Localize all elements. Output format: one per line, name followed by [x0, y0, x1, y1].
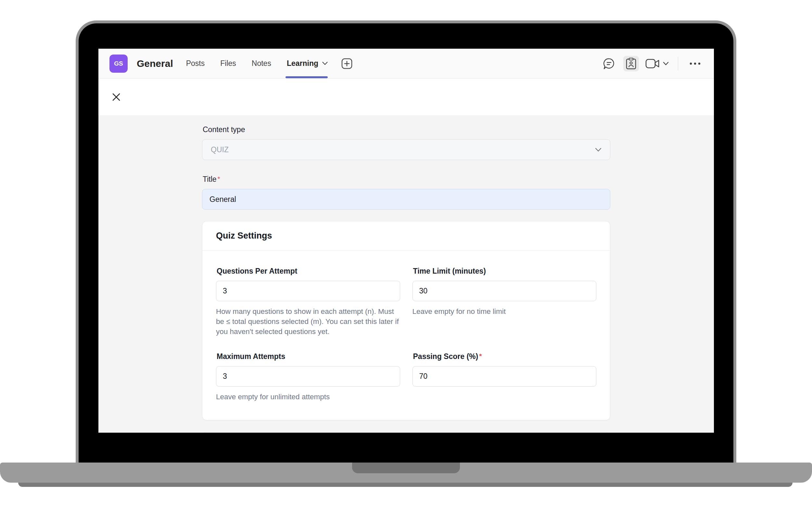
quiz-settings-body: Questions Per Attempt How many questions…: [202, 250, 610, 420]
questions-per-attempt-input[interactable]: [216, 281, 400, 301]
time-limit-input[interactable]: [412, 281, 597, 301]
channel-header: GS General Posts Files Notes Learning: [98, 49, 714, 78]
add-tab-button[interactable]: [341, 57, 353, 70]
maximum-attempts-input[interactable]: [216, 366, 400, 387]
tab-posts[interactable]: Posts: [178, 49, 213, 78]
field-maximum-attempts: Maximum Attempts Leave empty for unlimit…: [216, 352, 400, 402]
content-type-label: Content type: [203, 125, 610, 134]
tab-learning-label: Learning: [287, 59, 318, 68]
maximum-attempts-label: Maximum Attempts: [217, 352, 400, 361]
time-limit-label: Time Limit (minutes): [413, 267, 597, 276]
title-input[interactable]: [202, 189, 610, 210]
title-label-text: Title: [203, 175, 217, 183]
active-tab-indicator: [286, 76, 328, 78]
questions-per-attempt-helper: How many questions to show in each attem…: [216, 306, 400, 337]
quiz-settings-card: Quiz Settings Questions Per Attempt How …: [202, 221, 610, 420]
quiz-form: Content type QUIZ Title* Quiz Settings Q…: [202, 115, 610, 433]
plus-square-icon: [341, 58, 353, 69]
passing-score-label: Passing Score (%)*: [413, 352, 597, 361]
chevron-down-icon: [322, 62, 328, 65]
title-label: Title*: [203, 175, 610, 184]
laptop-base-edge: [18, 483, 793, 487]
video-camera-icon: [645, 58, 660, 69]
chevron-down-icon: [595, 148, 602, 152]
avatar[interactable]: GS: [109, 55, 128, 73]
tab-notes[interactable]: Notes: [244, 49, 279, 78]
more-options-button[interactable]: [687, 56, 703, 71]
header-actions: [601, 56, 703, 71]
chevron-down-icon: [663, 62, 669, 66]
close-x-icon: [112, 93, 121, 102]
quiz-settings-heading: Quiz Settings: [202, 221, 610, 250]
app-screen: GS General Posts Files Notes Learning: [98, 49, 714, 433]
close-button[interactable]: [109, 90, 123, 104]
passing-score-input[interactable]: [412, 366, 597, 387]
roster-clipboard-icon: [626, 58, 636, 69]
chat-bubble-icon: [602, 57, 616, 70]
meet-now-button[interactable]: [645, 58, 669, 69]
required-asterisk: *: [479, 352, 482, 360]
page-title: General: [137, 58, 173, 69]
tab-bar: Posts Files Notes Learning: [178, 49, 336, 78]
stage: GS General Posts Files Notes Learning: [0, 0, 812, 507]
roster-button[interactable]: [623, 56, 639, 71]
header-divider: [678, 57, 678, 70]
questions-per-attempt-label: Questions Per Attempt: [217, 267, 400, 276]
laptop-lid-notch: [352, 462, 460, 473]
field-passing-score: Passing Score (%)*: [412, 352, 597, 402]
maximum-attempts-helper: Leave empty for unlimited attempts: [216, 392, 400, 402]
more-ellipsis-icon: [690, 62, 701, 65]
tab-files[interactable]: Files: [212, 49, 244, 78]
required-asterisk: *: [218, 175, 220, 182]
next-section-card-partial: [202, 432, 610, 433]
time-limit-helper: Leave empty for no time limit: [412, 306, 597, 317]
panel-toolbar: [98, 78, 714, 115]
field-time-limit: Time Limit (minutes) Leave empty for no …: [412, 267, 597, 337]
field-questions-per-attempt: Questions Per Attempt How many questions…: [216, 267, 400, 337]
passing-score-label-text: Passing Score (%): [413, 352, 478, 360]
chat-button[interactable]: [601, 56, 617, 71]
tab-learning[interactable]: Learning: [279, 49, 336, 78]
content-type-select[interactable]: QUIZ: [202, 139, 610, 160]
content-type-value: QUIZ: [211, 146, 229, 154]
